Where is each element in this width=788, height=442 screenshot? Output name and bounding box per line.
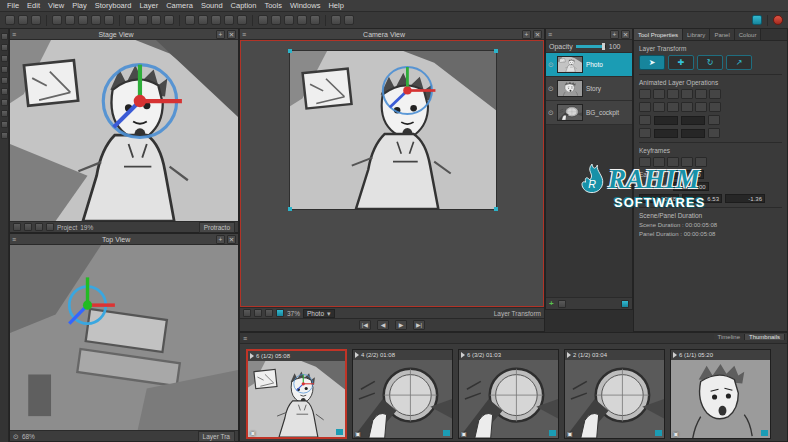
layer-visibility-icon[interactable]: ⊙ (548, 108, 554, 117)
top-zoom-level[interactable]: 68% (22, 433, 35, 440)
stage-zoom-icon[interactable] (46, 223, 54, 231)
camera-tool-icon[interactable] (258, 15, 268, 25)
rotate-mode-button[interactable]: ↻ (697, 55, 723, 70)
flip-horizontal-button[interactable] (653, 89, 665, 99)
camera-layer-select[interactable]: Photo ▾ (303, 309, 335, 318)
close-icon[interactable]: ✕ (533, 30, 542, 39)
redo-icon[interactable] (65, 15, 75, 25)
copy-icon[interactable] (91, 15, 101, 25)
eraser-icon[interactable] (1, 77, 8, 84)
zoom-in-icon[interactable] (151, 15, 161, 25)
layer-camera-icon[interactable] (621, 300, 629, 308)
next-keyframe-button[interactable] (681, 157, 693, 167)
prev-keyframe-button[interactable] (667, 157, 679, 167)
camera-onion-icon[interactable] (265, 309, 273, 317)
top-viewport[interactable] (10, 245, 238, 430)
stage-dock-tab[interactable]: Protracto (199, 222, 235, 233)
link-icon[interactable] (708, 115, 720, 125)
new-project-icon[interactable] (5, 15, 15, 25)
camera-zoom-level[interactable]: 37% (287, 310, 300, 317)
tab-panel[interactable]: Panel (710, 29, 734, 40)
layer-row-photo[interactable]: ⊙ Photo (546, 53, 632, 77)
layer-visibility-icon[interactable]: ⊙ (548, 84, 554, 93)
transform-icon[interactable] (1, 44, 8, 51)
panel-menu-icon[interactable]: ≡ (243, 334, 247, 343)
delete-panel-icon[interactable] (224, 15, 234, 25)
last-panel-button[interactable]: ▶| (413, 320, 425, 330)
stage-viewport[interactable] (10, 40, 238, 221)
zoom-out-icon[interactable] (164, 15, 174, 25)
lock-button[interactable] (709, 102, 721, 112)
onion-skin-icon[interactable] (284, 15, 294, 25)
transform-grip[interactable] (288, 49, 292, 53)
duplicate-panel-icon[interactable] (211, 15, 221, 25)
top-eye-icon[interactable]: ⊙ (13, 432, 19, 441)
close-icon[interactable]: ✕ (227, 235, 236, 244)
select-icon[interactable] (1, 33, 8, 40)
camera-viewport[interactable] (240, 40, 544, 307)
frame-image[interactable]: ▣ (353, 360, 452, 438)
add-view-icon[interactable]: + (522, 30, 531, 39)
next-panel-button[interactable]: ▶ (395, 320, 407, 330)
pivot-button[interactable] (709, 89, 721, 99)
text-tool-icon[interactable] (1, 88, 8, 95)
stage-camera-icon[interactable] (24, 223, 32, 231)
menu-edit[interactable]: Edit (23, 1, 44, 10)
scale-x-field[interactable] (654, 129, 678, 138)
flip-vertical-button[interactable] (667, 89, 679, 99)
add-keyframe-button[interactable] (639, 157, 651, 167)
paste-icon[interactable] (104, 15, 114, 25)
loop-icon[interactable] (344, 15, 354, 25)
thumbnail-frame-3[interactable]: 6 (3/2) 01:03 ▣ (458, 349, 559, 439)
frame-image[interactable]: ▣ (565, 360, 664, 438)
safe-area-icon[interactable] (310, 15, 320, 25)
thumbnail-frame-2[interactable]: 4 (2/2) 01:08 ▣ (352, 349, 453, 439)
brush-icon[interactable] (1, 55, 8, 62)
rotate-cw-button[interactable] (681, 89, 693, 99)
thumbnail-frame-1[interactable]: 6 (1/2) 05:08 ▣ (246, 349, 347, 439)
hand-icon[interactable] (1, 121, 8, 128)
menu-tools[interactable]: Tools (260, 1, 286, 10)
camera-drawing[interactable] (290, 51, 496, 209)
save-icon[interactable] (31, 15, 41, 25)
menu-file[interactable]: File (3, 1, 23, 10)
scale-y-field[interactable] (681, 129, 705, 138)
add-layer-button[interactable]: + (549, 299, 554, 308)
tab-thumbnails[interactable]: Thumbnails (745, 334, 785, 340)
panel-menu-icon[interactable]: ≡ (548, 30, 552, 39)
top-dock-tab[interactable]: Layer Tra (198, 431, 235, 442)
translate-mode-button[interactable]: ✚ (668, 55, 694, 70)
menu-sound[interactable]: Sound (197, 1, 227, 10)
clear-keyframes-button[interactable] (695, 157, 707, 167)
add-transition-icon[interactable] (237, 15, 247, 25)
menu-windows[interactable]: Windows (286, 1, 324, 10)
ease-in-field[interactable]: 0.00 (668, 170, 704, 179)
opacity-slider[interactable] (576, 45, 606, 48)
play-toolbar-icon[interactable] (331, 15, 341, 25)
transform-grip[interactable] (494, 49, 498, 53)
camera-grid-icon[interactable] (243, 309, 251, 317)
frame-image[interactable]: ▣ (459, 360, 558, 438)
coord-x-field[interactable]: -12.28 (639, 194, 679, 203)
transform-grip[interactable] (288, 207, 292, 211)
undo-icon[interactable] (52, 15, 62, 25)
add-panel-icon[interactable] (185, 15, 195, 25)
spread-button[interactable] (695, 102, 707, 112)
panel-menu-icon[interactable]: ≡ (242, 30, 246, 39)
rotate-ccw-button[interactable] (695, 89, 707, 99)
frame-image[interactable]: ▣ (248, 361, 345, 437)
layer-row-story[interactable]: ⊙ Story (546, 77, 632, 101)
add-scene-icon[interactable] (198, 15, 208, 25)
pencil-icon[interactable] (1, 66, 8, 73)
grid-toggle-icon[interactable] (297, 15, 307, 25)
add-view-icon[interactable]: + (216, 30, 225, 39)
scale-icon[interactable] (639, 128, 651, 138)
menu-storyboard[interactable]: Storyboard (91, 1, 136, 10)
coord-z-field[interactable]: -1.36 (725, 194, 765, 203)
proportional-icon[interactable] (708, 128, 720, 138)
add-view-icon[interactable]: + (216, 235, 225, 244)
menu-view[interactable]: View (44, 1, 68, 10)
center-button[interactable] (681, 102, 693, 112)
menu-layer[interactable]: Layer (135, 1, 162, 10)
prev-panel-button[interactable]: ◀ (377, 320, 389, 330)
